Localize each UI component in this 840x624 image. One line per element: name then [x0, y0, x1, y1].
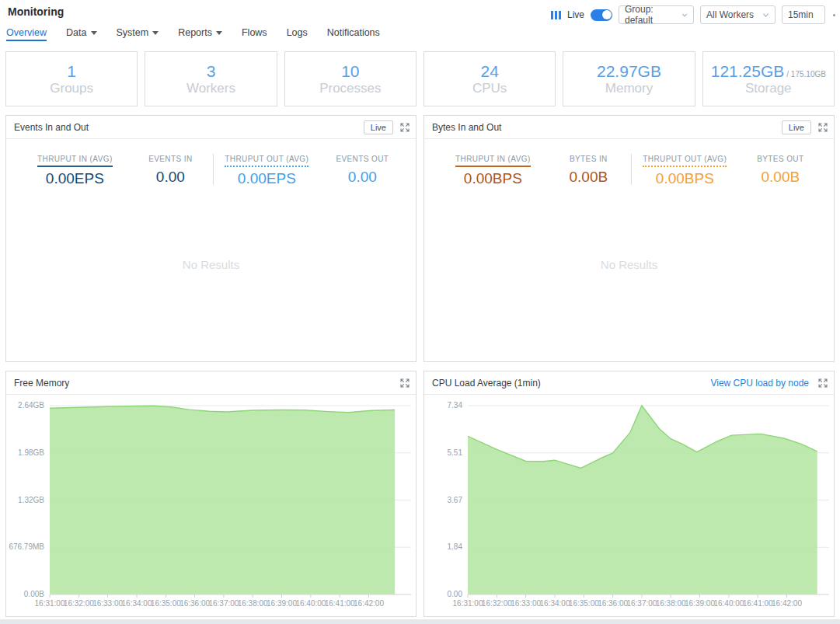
stat-bytes-in: BYTES IN 0.00B — [546, 151, 631, 186]
tab-reports[interactable]: Reports — [178, 23, 222, 41]
stat-value: 3 — [207, 61, 216, 81]
cpu-load-chart: 7.345.513.671.840.0016:31:0016:32:0016:3… — [424, 395, 834, 616]
stat-label: Workers — [186, 81, 235, 96]
monitoring-page: Monitoring Live Group: default All Worke… — [0, 0, 840, 624]
stat-label: CPUs — [472, 81, 507, 96]
stat-label: EVENTS OUT — [336, 155, 389, 166]
panel-body: 2.64GB1.98GB1.32GB676.79MB0.00B16:31:001… — [6, 395, 416, 619]
tab-flows[interactable]: Flows — [242, 23, 267, 41]
svg-text:16:41:00: 16:41:00 — [325, 599, 355, 608]
stat-card-processes: 10 Processes — [284, 51, 417, 106]
svg-text:1.84: 1.84 — [448, 542, 463, 551]
no-results-message: No Results — [6, 187, 416, 361]
stat-label: THRUPUT IN (AVG) — [455, 155, 531, 167]
timerange-select-value: 15min — [788, 9, 814, 20]
tab-system[interactable]: System — [117, 23, 159, 41]
panel-body: THRUPUT IN (AVG) 0.00EPS EVENTS IN 0.00 … — [6, 139, 416, 361]
stat-label: BYTES IN — [570, 155, 608, 166]
stat-value: 10 — [341, 61, 359, 81]
bytes-stats: THRUPUT IN (AVG) 0.00BPS BYTES IN 0.00B … — [424, 139, 834, 187]
title-bar: Monitoring Live Group: default All Worke… — [0, 0, 840, 23]
svg-text:16:37:00: 16:37:00 — [626, 599, 657, 608]
stat-bytes-out: BYTES OUT 0.00B — [738, 151, 823, 186]
chevron-down-icon — [762, 12, 769, 19]
svg-text:1.32GB: 1.32GB — [18, 496, 44, 504]
tab-label: System — [117, 27, 149, 38]
stat-value: 0.00 — [128, 169, 213, 186]
svg-text:16:36:00: 16:36:00 — [180, 599, 210, 608]
panel-body: THRUPUT IN (AVG) 0.00BPS BYTES IN 0.00B … — [424, 139, 834, 361]
svg-text:676.79MB: 676.79MB — [9, 542, 44, 551]
chevron-down-icon — [818, 12, 819, 19]
tab-label: Logs — [287, 27, 308, 38]
stat-value: 0.00B — [738, 169, 823, 186]
stat-value: 22.97GB — [597, 61, 661, 81]
group-select[interactable]: Group: default — [619, 5, 694, 24]
tab-logs[interactable]: Logs — [287, 23, 308, 41]
panel-cpu-load: CPU Load Average (1min) View CPU load by… — [423, 371, 835, 617]
panel-title: CPU Load Average (1min) — [432, 378, 710, 389]
svg-text:1.98GB: 1.98GB — [18, 448, 44, 457]
tab-label: Flows — [242, 27, 267, 38]
stat-value: 0.00EPS — [22, 170, 128, 187]
topbar-controls: Live Group: default All Workers 15min — [551, 5, 835, 24]
stat-card-groups: 1 Groups — [5, 51, 138, 106]
panel-header: CPU Load Average (1min) View CPU load by… — [424, 371, 834, 395]
svg-text:16:32:00: 16:32:00 — [482, 599, 512, 608]
stat-label: Processes — [319, 81, 381, 96]
stat-label: EVENTS IN — [148, 155, 192, 166]
tab-notifications[interactable]: Notifications — [327, 23, 380, 41]
svg-text:16:31:00: 16:31:00 — [35, 599, 65, 608]
svg-text:16:36:00: 16:36:00 — [598, 599, 628, 608]
live-bars-icon — [551, 11, 561, 19]
stat-value: 0.00EPS — [214, 170, 320, 187]
svg-text:16:38:00: 16:38:00 — [238, 599, 268, 608]
svg-text:16:35:00: 16:35:00 — [569, 599, 599, 608]
stat-label: THRUPUT OUT (AVG) — [225, 155, 308, 167]
chevron-down-icon — [216, 31, 222, 35]
svg-text:16:41:00: 16:41:00 — [743, 599, 773, 608]
view-cpu-load-link[interactable]: View CPU load by node — [710, 378, 809, 389]
stat-label: Groups — [50, 81, 93, 96]
expand-icon[interactable] — [818, 123, 828, 132]
stat-value: 0.00BPS — [440, 170, 546, 187]
stat-events-in: EVENTS IN 0.00 — [128, 151, 213, 186]
live-button[interactable]: Live — [782, 120, 811, 134]
svg-text:16:39:00: 16:39:00 — [267, 599, 297, 608]
tab-bar: Overview Data System Reports Flows Logs … — [0, 23, 840, 41]
overflow-dot[interactable] — [833, 14, 835, 16]
live-label: Live — [567, 9, 584, 20]
live-button[interactable]: Live — [364, 120, 393, 134]
tab-data[interactable]: Data — [66, 23, 96, 41]
stat-thruput-out: THRUPUT OUT (AVG) 0.00EPS — [214, 151, 320, 187]
live-toggle[interactable] — [591, 9, 612, 21]
stat-label: Memory — [605, 81, 653, 96]
svg-text:16:33:00: 16:33:00 — [92, 599, 123, 608]
stat-card-storage: 121.25GB/ 175.10GB Storage — [702, 51, 835, 106]
svg-text:3.67: 3.67 — [448, 496, 463, 504]
svg-text:0.00B: 0.00B — [24, 590, 44, 598]
stat-suffix: / 175.10GB — [786, 70, 826, 78]
no-results-message: No Results — [424, 187, 834, 361]
workers-select[interactable]: All Workers — [700, 5, 776, 24]
timerange-select[interactable]: 15min — [782, 5, 825, 24]
svg-text:16:40:00: 16:40:00 — [713, 599, 744, 608]
panel-bytes-in-out: Bytes In and Out Live THRUPUT IN (AVG) 0… — [423, 115, 835, 362]
svg-text:16:32:00: 16:32:00 — [64, 599, 94, 608]
panel-header: Bytes In and Out Live — [424, 116, 834, 139]
tab-label: Reports — [178, 27, 212, 38]
svg-text:2.64GB: 2.64GB — [18, 401, 44, 410]
chevron-down-icon — [681, 12, 688, 19]
chevron-down-icon — [91, 31, 97, 35]
tab-overview[interactable]: Overview — [6, 23, 47, 41]
expand-icon[interactable] — [400, 123, 410, 132]
expand-icon[interactable] — [400, 378, 410, 388]
toggle-knob — [602, 10, 612, 19]
svg-text:16:37:00: 16:37:00 — [208, 599, 239, 608]
panel-title: Bytes In and Out — [432, 122, 782, 133]
expand-icon[interactable] — [818, 378, 828, 388]
panel-header: Free Memory — [6, 371, 416, 395]
panel-title: Free Memory — [14, 378, 400, 389]
svg-text:0.00: 0.00 — [448, 590, 463, 598]
panels-top-row: Events In and Out Live THRUPUT IN (AVG) … — [0, 106, 840, 362]
